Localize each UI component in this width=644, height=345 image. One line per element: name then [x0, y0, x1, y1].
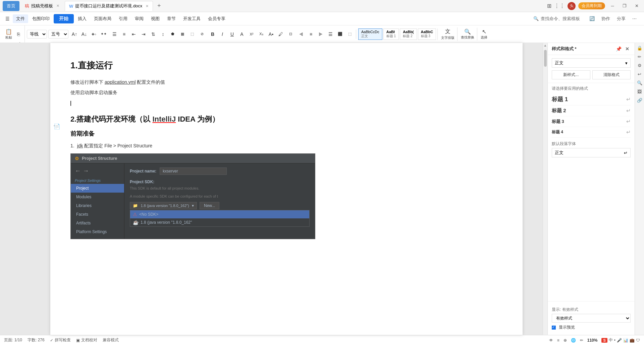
apps-icon[interactable]: ⋮⋮: [554, 3, 565, 9]
font-clear-button[interactable]: ✦✦: [99, 29, 108, 39]
style-heading2[interactable]: AaBb( 标题 2: [400, 28, 417, 40]
right-icon-lock[interactable]: 🔒: [636, 44, 643, 52]
right-icon-settings[interactable]: ⚙: [636, 62, 643, 69]
default-font-input[interactable]: 正文 ↵: [552, 148, 631, 157]
paragraph-spacing-button[interactable]: ⬟: [168, 29, 177, 39]
tab-add-button[interactable]: +: [154, 1, 164, 11]
start-button[interactable]: 开始: [54, 14, 74, 23]
subscript-button[interactable]: X₂: [257, 29, 266, 39]
grid-view-icon[interactable]: ⊞: [547, 3, 551, 9]
minimize-button[interactable]: ─: [608, 1, 617, 11]
sort-button[interactable]: ⇅: [149, 29, 158, 39]
doc-align[interactable]: ▣ 文档校对: [76, 337, 97, 343]
doc-link1[interactable]: application.yml: [105, 79, 136, 85]
mark-button[interactable]: ⊘: [197, 29, 207, 39]
close-panel-icon[interactable]: ✕: [624, 46, 631, 52]
ij-new-button[interactable]: New...: [200, 202, 219, 209]
align-left-button[interactable]: ⫷: [297, 29, 306, 39]
style-normal[interactable]: AaBbCcDc 正文: [358, 28, 382, 40]
sync-icon[interactable]: 🔄: [587, 15, 597, 22]
align-right-button[interactable]: ⫸: [316, 29, 325, 39]
ij-sidebar-platform-settings[interactable]: Platform Settings: [71, 227, 124, 236]
tab-templates[interactable]: 稿 找稿壳模板 ✕: [21, 1, 63, 11]
list-ordered-button[interactable]: ≡: [119, 29, 129, 39]
menu-file[interactable]: 文件: [13, 14, 28, 23]
menu-view[interactable]: 视图: [148, 14, 163, 23]
style-heading3[interactable]: AaBbC 标题 3: [418, 28, 436, 40]
right-icon-search[interactable]: 🔍: [636, 79, 643, 86]
style-heading1[interactable]: AaBł 标题 1: [383, 28, 399, 40]
scroll-up-arrow[interactable]: ▲: [544, 44, 547, 47]
table-button[interactable]: ⬚: [345, 29, 355, 39]
preview-checkbox[interactable]: [552, 326, 556, 330]
justify-button[interactable]: ☰: [326, 29, 335, 39]
bold-button[interactable]: B: [208, 29, 217, 39]
heading-2-arrow[interactable]: ↵: [626, 108, 631, 114]
highlight-button[interactable]: 🖊: [276, 29, 285, 39]
edit-mode-button[interactable]: ✏: [580, 338, 583, 343]
right-icon-edit[interactable]: ✏: [636, 53, 643, 60]
style-current-select[interactable]: 正文 ▾: [552, 58, 631, 68]
border-char-button[interactable]: ⊡: [286, 29, 295, 39]
collaborate-button[interactable]: 协作: [599, 14, 612, 23]
heading-item-4[interactable]: 标题 4 ↵: [552, 127, 631, 138]
restore-button[interactable]: ❐: [620, 1, 629, 11]
show-style-select[interactable]: 有效样式: [552, 314, 631, 323]
text-format-button[interactable]: 文 文字排版: [440, 27, 456, 41]
align-center-button[interactable]: ≡: [306, 29, 316, 39]
tab-doc-close[interactable]: ✕: [146, 4, 149, 8]
member-badge[interactable]: 会员将到期: [578, 2, 605, 9]
intellij-link[interactable]: IntelliJ: [152, 115, 176, 123]
line-spacing-button[interactable]: ↕: [158, 29, 168, 39]
heading-3-arrow[interactable]: ↵: [626, 118, 631, 125]
char-shading-button[interactable]: A▪: [266, 29, 276, 39]
web-view-button[interactable]: 🌐: [571, 338, 576, 343]
distribute-button[interactable]: ⬛: [335, 29, 345, 39]
layout-view-button[interactable]: ⊕: [564, 338, 567, 343]
new-style-button[interactable]: 新样式...: [552, 70, 590, 79]
ij-no-sdk-option[interactable]: ⚠ <No SDK>: [130, 210, 309, 218]
menu-wrap-icons[interactable]: 包围印印: [29, 14, 53, 23]
mic-button[interactable]: 🎤: [617, 338, 622, 343]
eye-view-button[interactable]: 👁: [549, 338, 553, 343]
heading-item-1[interactable]: 标题 1 ↵: [552, 93, 631, 106]
font-special-button[interactable]: ◈⬦: [89, 29, 99, 39]
more-menu-button[interactable]: ⋯: [630, 15, 639, 22]
cut-button[interactable]: ✂: [14, 25, 23, 29]
preview-checkbox-row[interactable]: 显示预览: [548, 323, 635, 332]
heading-item-2[interactable]: 标题 2 ↵: [552, 106, 631, 116]
ij-sidebar-artifacts[interactable]: Artifacts: [71, 219, 124, 227]
indent-increase-button[interactable]: ⇥: [139, 29, 148, 39]
tab-templates-close[interactable]: ✕: [56, 4, 59, 8]
outline-view-button[interactable]: ≡: [557, 338, 559, 343]
font-size-select[interactable]: 五号: [48, 30, 68, 39]
chinese-input-button[interactable]: 中: [609, 337, 613, 343]
menu-search[interactable]: 🔍 查找命令、搜索模板: [529, 16, 584, 22]
pin-icon[interactable]: 📌: [615, 46, 622, 52]
menu-insert[interactable]: 插入: [74, 14, 90, 23]
ij-sidebar-facets[interactable]: Facets: [71, 210, 124, 219]
scroll-thumb[interactable]: [544, 50, 547, 67]
right-icon-undo[interactable]: ↩: [636, 70, 643, 78]
dot-button[interactable]: •: [614, 338, 615, 343]
font-grow-button[interactable]: A↑: [70, 29, 79, 39]
list-unordered-button[interactable]: ☰: [110, 29, 119, 39]
tab-doc[interactable]: W 提币接口运行及搭建测试环境.docx ✕: [65, 1, 153, 11]
font-color-button[interactable]: A: [237, 29, 247, 39]
ij-nav-forward[interactable]: →: [83, 167, 89, 175]
menu-review[interactable]: 审阅: [131, 14, 147, 23]
find-replace-button[interactable]: 🔍 查找替换: [460, 28, 476, 41]
document-area[interactable]: 📄 • 1.直接运行 修改运行脚本下 application.yml 配置文件的…: [50, 43, 523, 335]
briefcase-button[interactable]: 💼: [630, 338, 635, 343]
copy-button[interactable]: ⎘: [14, 29, 23, 39]
vertical-scrollbar[interactable]: ▲: [543, 43, 547, 335]
right-icon-image[interactable]: 🖼: [636, 88, 643, 95]
paste-button[interactable]: 📋 粘贴: [4, 28, 13, 41]
format-painter-button[interactable]: 🖌: [14, 40, 23, 43]
ij-nav-back[interactable]: ←: [75, 167, 81, 175]
menu-page-layout[interactable]: 页面布局: [91, 14, 115, 23]
share-button[interactable]: 分享: [615, 14, 628, 23]
menu-dev-tools[interactable]: 开发工具: [180, 14, 204, 23]
table-button-status[interactable]: 📊: [623, 338, 628, 343]
italic-button[interactable]: I: [218, 29, 227, 39]
